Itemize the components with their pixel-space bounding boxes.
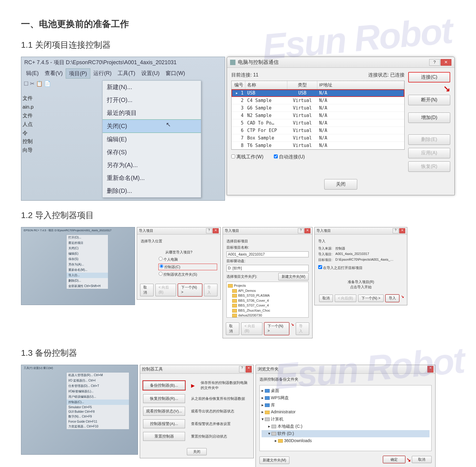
tree-item[interactable]: BBS_ST06_Cover_4 <box>228 298 307 303</box>
menu-item[interactable]: 设置(U) <box>138 68 163 79</box>
menu-item[interactable]: 保存(S) <box>67 256 108 262</box>
open-after-checkbox[interactable]: 在导入之后打开目标项目 <box>318 265 403 271</box>
nav-button[interactable]: 导入 <box>385 295 399 302</box>
menubar[interactable]: 辑(E)查看(V)项目(P)运行(R)工具(T)设置(U)窗口(W) <box>21 68 225 79</box>
nav-button[interactable]: 取消 <box>226 322 239 335</box>
menu-item[interactable]: Force Guide Ctrl+F11 <box>67 419 129 424</box>
tree-item[interactable]: 文件 <box>22 112 53 120</box>
nav-button[interactable]: 下一个(N) > <box>358 295 384 302</box>
project-name-input[interactable]: A001_4axis_20210317 <box>226 251 309 257</box>
offline-checkbox[interactable]: 离线工作(W) <box>231 154 263 159</box>
menu-item[interactable]: 另存为(A)... <box>103 159 201 172</box>
menu-item[interactable]: I/O标签编辑器(L)... <box>67 389 129 394</box>
folder-item[interactable]: ▸ WPS网盘 <box>262 394 430 402</box>
tool-button[interactable]: 重置控制器 <box>143 432 185 441</box>
menu-item[interactable]: 新建(N)... <box>103 81 201 94</box>
table-row[interactable]: 7Box SampleVirtualN/A <box>232 134 404 142</box>
menu-item[interactable]: Simulator Ctrl+F5 <box>67 405 129 409</box>
close-button[interactable]: 关闭 <box>187 448 207 455</box>
dialog-button[interactable]: 增加(D) <box>408 112 450 123</box>
menu-item[interactable]: 重新命名(M)... <box>103 172 201 184</box>
help-button[interactable]: ? <box>429 59 440 66</box>
folder-item[interactable]: ▸ 库 <box>262 402 430 409</box>
menu-item[interactable]: 导入(I)... <box>67 273 108 278</box>
menu-item[interactable]: 工具(T) <box>115 68 138 79</box>
ok-button[interactable]: 确定 <box>383 456 405 463</box>
menu-item[interactable]: GUI Builder Ctrl+F8 <box>67 409 129 414</box>
project-dropdown-thumb[interactable]: 打开(O)...最近的项目关闭(C)编辑(E)保存(S)另存为(A)...重新命… <box>66 235 108 289</box>
menu-item[interactable]: 关闭(C)↖ <box>103 119 201 133</box>
table-row[interactable]: 3G6 SampleVirtualN/A <box>232 104 404 112</box>
menu-item[interactable]: 查看(V) <box>42 68 66 79</box>
tree-item[interactable]: dahua20200730 <box>228 313 307 318</box>
menu-item[interactable]: 窗口(W) <box>163 68 188 79</box>
close-button[interactable]: 关闭 <box>324 179 357 190</box>
menu-item[interactable]: 最近的项目 <box>103 106 201 119</box>
project-dropdown[interactable]: 新建(N)...打开(O)...最近的项目关闭(C)↖编辑(E)保存(S)另存为… <box>102 80 201 198</box>
project-tree[interactable]: 文件ain.p文件人点令控制向导 <box>21 93 54 156</box>
menu-item[interactable]: 运行(R) <box>90 68 115 79</box>
menu-item[interactable]: 删除(D)... <box>103 184 201 197</box>
folder-tree[interactable]: ▸ 桌面▸ WPS网盘▸ 库▸ Administrator▾ 计算机▸ 本地磁盘… <box>259 385 432 451</box>
folder-tree[interactable]: ProjectsAPI_DemosBBS_ST03_PLASMABBS_ST06… <box>226 282 309 318</box>
close-icon[interactable]: ✕ <box>441 59 451 66</box>
nav-button[interactable]: 取消 <box>140 284 154 296</box>
menu-item[interactable]: 数字(N)... Ctrl+F9 <box>67 414 129 419</box>
menu-item[interactable]: 用户错误编辑器(U)... <box>67 394 129 400</box>
new-folder-button[interactable]: 新建文件夹(W) <box>278 273 309 280</box>
close-icon[interactable]: ✕ <box>304 228 310 233</box>
close-icon[interactable]: ✕ <box>246 366 252 373</box>
tree-item[interactable]: BBS_ST07_Cover_4 <box>228 303 307 308</box>
help-button[interactable]: ? <box>298 228 304 233</box>
menu-item[interactable]: 辑(E) <box>23 68 42 79</box>
autoconnect-checkbox[interactable]: 自动连接(U) <box>274 154 305 159</box>
menu-item[interactable]: 力觉监视器... Ctrl+F10 <box>67 424 129 429</box>
tree-item[interactable]: 人点 <box>22 120 53 129</box>
menu-item[interactable]: 关闭(C) <box>67 246 108 251</box>
nav-button[interactable]: < 向后(B) <box>155 284 176 296</box>
dialog-button[interactable]: 断开(N) <box>408 95 450 105</box>
tools-dropdown-thumb[interactable]: 机器人管理器(R)... Ctrl+MI/O 监视器(I)... Ctrl+I任… <box>66 372 129 430</box>
menu-item[interactable]: 打开(O)... <box>103 94 201 106</box>
connections-table[interactable]: 编号名称类型IP地址 ▸ 1USBUSBN/A2C4 SampleVirtual… <box>231 81 405 150</box>
menu-item[interactable]: 任务管理器(D)... Ctrl+T <box>67 383 129 389</box>
folder-item[interactable]: ▸ 桌面 <box>262 387 430 394</box>
tree-item[interactable]: Projects <box>228 283 307 288</box>
folder-item[interactable]: ▸ 本地磁盘 (C:) <box>262 423 430 430</box>
table-row[interactable]: 4N2 SampleVirtualN/A <box>232 112 404 119</box>
close-icon[interactable]: ✕ <box>427 366 433 373</box>
menu-item[interactable]: 项目(P) <box>66 68 90 79</box>
tree-item[interactable]: 控制 <box>22 137 53 146</box>
table-row[interactable]: 6CTP For ECPVirtualN/A <box>232 127 404 134</box>
dialog-button[interactable]: 连接(C) <box>408 72 450 82</box>
menu-item[interactable]: I/O 监视器(I)... Ctrl+I <box>67 378 129 383</box>
tree-item[interactable]: 向导 <box>22 146 53 155</box>
close-icon[interactable]: ✕ <box>213 228 219 233</box>
radio-option[interactable]: 个人电脑 <box>159 257 217 262</box>
new-folder-button[interactable]: 新建文件夹(M) <box>259 457 289 464</box>
help-button[interactable]: ? <box>393 228 399 233</box>
drive-select[interactable]: D: [软件] <box>226 265 309 272</box>
nav-button[interactable]: 下一个(N) > <box>264 322 289 335</box>
folder-item[interactable]: ▾ 软件 (D:) <box>262 430 430 437</box>
nav-button[interactable]: < 向后(B) <box>241 322 262 335</box>
tree-item[interactable]: 文件 <box>22 94 53 103</box>
tool-button[interactable]: 恢复控制器(R)... <box>143 394 185 403</box>
folder-item[interactable]: ▸ 360Downloads <box>262 437 430 445</box>
tree-item[interactable]: 令 <box>22 129 53 138</box>
nav-button[interactable]: 导入 <box>204 284 217 296</box>
tool-button[interactable]: 观看控制器状态(V)... <box>143 407 185 416</box>
folder-item[interactable]: ▸ Administrator <box>262 409 430 416</box>
tree-item[interactable]: BBS_ZhuoXian_Choc <box>228 308 307 313</box>
menu-item[interactable]: 重新命名(M)... <box>67 267 108 273</box>
tool-button[interactable]: 控制器报警(A)... <box>143 419 185 428</box>
nav-button[interactable]: 下一个(N) > <box>178 284 202 296</box>
table-row[interactable]: ▸ 1USBUSBN/A <box>232 89 404 97</box>
menu-item[interactable]: 机器人管理器(R)... Ctrl+M <box>67 373 129 378</box>
menu-item[interactable]: 编辑(E) <box>103 133 201 146</box>
menu-item[interactable]: 删除(D)... <box>67 278 108 283</box>
menu-item[interactable]: 保存(S) <box>103 146 201 159</box>
menu-item[interactable]: 控制器(C)... <box>67 400 129 405</box>
folder-item[interactable]: ▾ 计算机 <box>262 416 430 423</box>
close-icon[interactable]: ✕ <box>399 228 405 233</box>
